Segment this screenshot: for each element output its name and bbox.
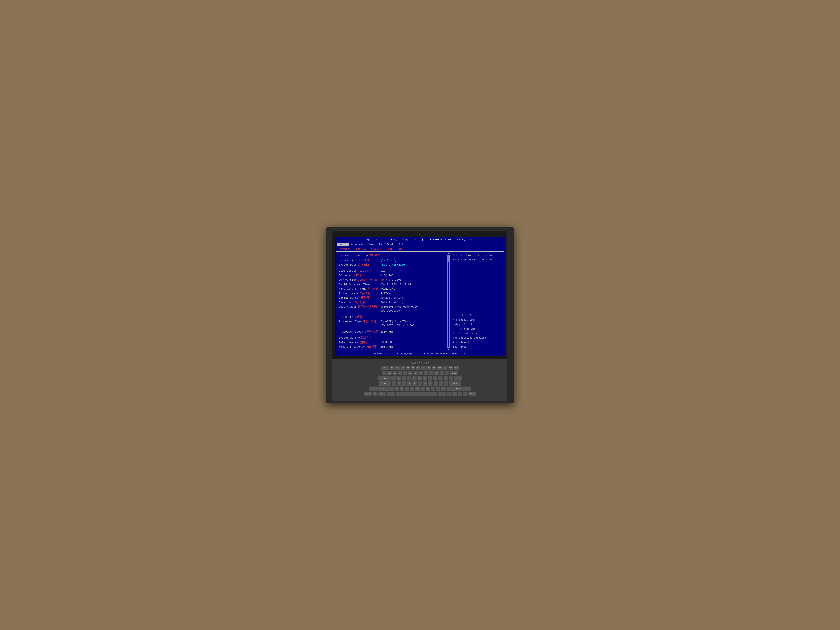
menu-exit[interactable]: Exit [396, 243, 407, 246]
key-i[interactable]: I [428, 376, 432, 381]
menu-security[interactable]: Security [367, 243, 385, 246]
uuid-value: 03000200-0400-0500-0006-000700080009 [381, 305, 419, 313]
key-f9[interactable]: F9 [432, 366, 436, 370]
key-q[interactable]: Q [391, 376, 396, 381]
key-j[interactable]: J [423, 381, 428, 386]
key-slash[interactable]: / [441, 387, 446, 391]
key-g[interactable]: G [412, 381, 417, 386]
key-up[interactable]: ↑ [452, 392, 457, 396]
keyboard-area: MACHENIKE Esc F1 F2 F3 F4 F5 F6 F7 F8 F9… [333, 359, 507, 401]
key-b[interactable]: B [415, 387, 420, 391]
key-left[interactable]: ← [447, 392, 452, 396]
key-del[interactable]: Del [454, 366, 459, 370]
key-h[interactable]: H [418, 381, 422, 386]
key-semicolon[interactable]: ; [439, 381, 443, 386]
key-period[interactable]: . [436, 387, 441, 391]
key-f6[interactable]: F6 [416, 366, 421, 370]
key-0[interactable]: 0 [434, 371, 439, 376]
key-l[interactable]: L [433, 381, 438, 386]
key-f5[interactable]: F5 [411, 366, 415, 370]
key-7[interactable]: 7 [418, 371, 423, 376]
key-comma[interactable]: , [431, 387, 436, 391]
menu-boot[interactable]: Boot [385, 243, 396, 246]
key-f7[interactable]: F7 [421, 366, 426, 370]
key-f[interactable]: F [407, 381, 412, 386]
key-lwin[interactable]: Win [378, 392, 386, 396]
key-minus[interactable]: - [439, 371, 444, 376]
key-f1[interactable]: F1 [390, 366, 395, 370]
key-e[interactable]: E [402, 376, 406, 381]
menu-bar-en: Main Advanced Security Boot Exit [335, 242, 505, 247]
asset-tag-value: Default string [381, 300, 403, 305]
key-t[interactable]: T [412, 376, 417, 381]
key-ralt[interactable]: Alt [438, 392, 447, 396]
key-f10[interactable]: F10 [437, 366, 442, 370]
key-y[interactable]: Y [417, 376, 422, 381]
key-backtick[interactable]: ` [382, 371, 387, 376]
key-f4[interactable]: F4 [406, 366, 410, 370]
ec-version-value: X15C.F08 [381, 273, 393, 278]
key-w[interactable]: W [396, 376, 401, 381]
key-f8[interactable]: F8 [426, 366, 431, 370]
key-equals[interactable]: = [445, 371, 449, 376]
key-3[interactable]: 3 [398, 371, 402, 376]
processor-label-cn: 处理器 [355, 315, 363, 319]
key-lshift[interactable]: Shift [369, 387, 394, 391]
key-z[interactable]: Z [395, 387, 399, 391]
scroll-up-arrow[interactable]: ▲ [447, 252, 450, 255]
key-f2[interactable]: F2 [395, 366, 400, 370]
scroll-thumb[interactable] [448, 256, 449, 262]
key-s[interactable]: S [397, 381, 401, 386]
key-down[interactable]: ↓ [458, 392, 462, 396]
key-f11[interactable]: F11 [442, 366, 447, 370]
key-v[interactable]: V [410, 387, 415, 391]
key-u[interactable]: U [423, 376, 427, 381]
key-1[interactable]: 1 [387, 371, 392, 376]
key-lalt[interactable]: Alt [387, 392, 395, 396]
build-date-value: 06/17/2020 17:27:02 [381, 283, 411, 287]
key-lbracket[interactable]: [ [443, 376, 448, 381]
key-rctrl[interactable]: Ctrl [468, 392, 476, 396]
asset-tag-row: Asset Tag 资产标签 Default string [339, 300, 447, 305]
system-time-value[interactable]: [17:13:02] [381, 258, 397, 262]
key-p[interactable]: P [438, 376, 443, 381]
key-backspace[interactable]: Bksp [450, 371, 458, 376]
key-6[interactable]: 6 [413, 371, 418, 376]
key-quote[interactable]: ' [444, 381, 448, 386]
key-tab[interactable]: Tab [378, 376, 391, 381]
key-right[interactable]: → [463, 392, 467, 396]
key-rshift[interactable]: Shift [447, 387, 472, 391]
key-c[interactable]: C [405, 387, 409, 391]
key-8[interactable]: 8 [424, 371, 428, 376]
key-f12[interactable]: F12 [448, 366, 453, 370]
key-9[interactable]: 9 [429, 371, 434, 376]
key-f3[interactable]: F3 [400, 366, 405, 370]
key-o[interactable]: O [433, 376, 437, 381]
key-lctrl[interactable]: Ctrl [364, 392, 372, 396]
key-space[interactable] [396, 392, 437, 396]
key-fn[interactable]: Fn [373, 392, 377, 396]
system-date-value[interactable]: [Sat 07/18/2020] [381, 263, 406, 267]
key-2[interactable]: 2 [393, 371, 397, 376]
key-n[interactable]: N [420, 387, 425, 391]
key-a[interactable]: A [392, 381, 396, 386]
key-k[interactable]: K [428, 381, 433, 386]
key-esc[interactable]: Esc [381, 366, 389, 370]
key-x[interactable]: X [399, 387, 404, 391]
scrollbar[interactable]: ▲ ▼ [447, 252, 450, 351]
total-memory-label-cn: 总内存 [360, 340, 368, 344]
menu-main[interactable]: Main [337, 243, 349, 246]
system-date-label-en: System Date [339, 263, 357, 267]
scroll-down-arrow[interactable]: ▼ [447, 348, 450, 351]
key-rbracket[interactable]: ] [448, 376, 453, 381]
key-5[interactable]: 5 [408, 371, 413, 376]
key-backslash[interactable]: \ [454, 376, 462, 381]
key-d[interactable]: D [402, 381, 407, 386]
keyboard-row-2: ` 1 2 3 4 5 6 7 8 9 0 - = Bksp [337, 371, 503, 376]
key-4[interactable]: 4 [403, 371, 407, 376]
key-r[interactable]: R [407, 376, 412, 381]
menu-advanced[interactable]: Advanced [349, 243, 366, 246]
key-m[interactable]: M [426, 387, 430, 391]
key-caps[interactable]: Caps [379, 381, 391, 386]
key-enter[interactable]: Enter [449, 381, 461, 386]
